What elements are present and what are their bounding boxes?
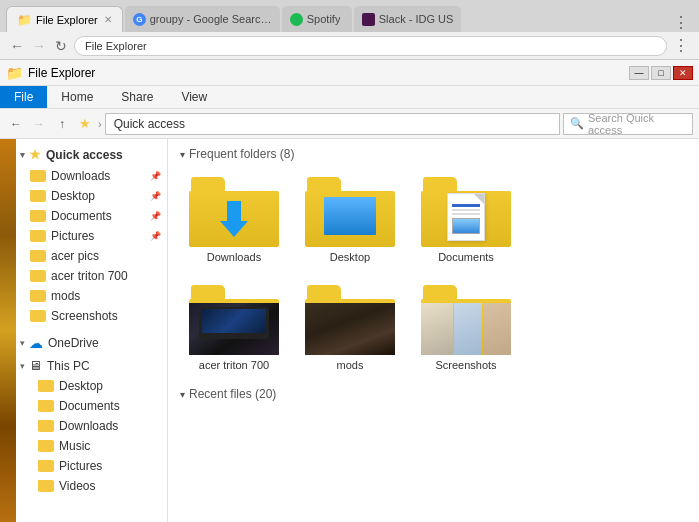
this-pc-label: This PC (47, 359, 90, 373)
sidebar-onedrive[interactable]: ▾ ☁ OneDrive (0, 330, 167, 354)
tab-menu-icon[interactable]: ⋮ (669, 13, 693, 32)
onedrive-icon: ☁ (29, 335, 43, 351)
sidebar-pc-desktop[interactable]: Desktop (0, 376, 167, 396)
tab-label-spotify: Spotify (307, 13, 341, 25)
sidebar-item-acer-pics[interactable]: acer pics (0, 246, 167, 266)
sidebar-item-screenshots[interactable]: Screenshots (0, 306, 167, 326)
desktop-folder-icon (30, 190, 46, 202)
pc-pictures-label: Pictures (59, 459, 102, 473)
folder-item-desktop[interactable]: Desktop (296, 171, 404, 267)
title-bar: 📁 File Explorer — □ ✕ (0, 60, 699, 86)
sidebar-quick-access[interactable]: ▾ ★ Quick access (0, 143, 167, 166)
tab-file-explorer[interactable]: 📁 File Explorer ✕ (6, 6, 123, 32)
reload-icon[interactable]: ↻ (52, 38, 70, 54)
frequent-folders-header[interactable]: ▾ Frequent folders (8) (180, 147, 687, 161)
sidebar-pc-downloads[interactable]: Downloads (0, 416, 167, 436)
sidebar-item-acer-triton[interactable]: acer triton 700 (0, 266, 167, 286)
screenshots-folder-label: Screenshots (435, 359, 496, 371)
downloads-folder-icon (30, 170, 46, 182)
tab-bar: 📁 File Explorer ✕ G groupy - Google Sear… (0, 0, 699, 32)
browser-menu-icon[interactable]: ⋮ (671, 36, 691, 55)
recent-files-header[interactable]: ▾ Recent files (20) (180, 387, 687, 401)
tab-slack[interactable]: Slack - IDG US (354, 6, 462, 32)
sidebar-screenshots-label: Screenshots (51, 309, 118, 323)
nav-back-btn[interactable]: ← (6, 114, 26, 134)
minimize-btn[interactable]: — (629, 66, 649, 80)
folder-item-documents[interactable]: Documents (412, 171, 520, 267)
frequent-folders-arrow: ▾ (180, 149, 185, 160)
folder-item-acer[interactable]: acer triton 700 (180, 279, 288, 375)
sidebar-item-documents[interactable]: Documents 📌 (0, 206, 167, 226)
sidebar-pc-pictures[interactable]: Pictures (0, 456, 167, 476)
pc-downloads-icon (38, 420, 54, 432)
breadcrumb-bar[interactable]: Quick access (105, 113, 560, 135)
forward-icon[interactable]: → (30, 38, 48, 54)
folder-item-mods[interactable]: mods (296, 279, 404, 375)
this-pc-icon: 🖥 (29, 358, 42, 373)
pc-music-icon (38, 440, 54, 452)
nav-up-btn[interactable]: ↑ (52, 114, 72, 134)
sidebar-item-downloads[interactable]: Downloads 📌 (0, 166, 167, 186)
maximize-btn[interactable]: □ (651, 66, 671, 80)
sidebar-item-mods[interactable]: mods (0, 286, 167, 306)
sidebar-documents-label: Documents (51, 209, 150, 223)
tab-icon-spotify (290, 13, 303, 26)
window-controls: — □ ✕ (629, 66, 693, 80)
tab-close-explorer[interactable]: ✕ (104, 14, 112, 25)
search-icon: 🔍 (570, 117, 584, 130)
this-pc-expand-icon: ▾ (20, 361, 25, 371)
sidebar-item-desktop[interactable]: Desktop 📌 (0, 186, 167, 206)
close-btn[interactable]: ✕ (673, 66, 693, 80)
recent-files-label: Recent files (20) (189, 387, 276, 401)
breadcrumb-sep: › (98, 118, 102, 130)
onedrive-label: OneDrive (48, 336, 99, 350)
ribbon-tab-file[interactable]: File (0, 86, 47, 108)
breadcrumb-text: Quick access (114, 117, 185, 131)
ribbon-tab-home[interactable]: Home (47, 86, 107, 108)
pictures-folder-icon (30, 230, 46, 242)
screenshots-thumb (421, 283, 511, 355)
sidebar-desktop-label: Desktop (51, 189, 150, 203)
search-placeholder: Search Quick access (588, 112, 686, 136)
nav-pin-btn[interactable]: ★ (75, 114, 95, 134)
tab-groupy[interactable]: G groupy - Google Search - G... (125, 6, 280, 32)
sidebar-pc-music[interactable]: Music (0, 436, 167, 456)
ribbon-tab-share[interactable]: Share (107, 86, 167, 108)
pc-videos-label: Videos (59, 479, 95, 493)
ribbon: File Home Share View (0, 86, 699, 109)
mods-folder-icon (30, 290, 46, 302)
browser-chrome: 📁 File Explorer ✕ G groupy - Google Sear… (0, 0, 699, 60)
documents-folder-label: Documents (438, 251, 494, 263)
frequent-folders-label: Frequent folders (8) (189, 147, 294, 161)
pc-pictures-icon (38, 460, 54, 472)
recent-files-arrow: ▾ (180, 389, 185, 400)
nav-forward-btn[interactable]: → (29, 114, 49, 134)
acerpics-folder-icon (30, 250, 46, 262)
browser-address-bar[interactable]: File Explorer (74, 36, 667, 56)
tab-label-slack: Slack - IDG US (379, 13, 454, 25)
sidebar-pc-documents[interactable]: Documents (0, 396, 167, 416)
pin-icon-downloads: 📌 (150, 171, 161, 181)
sidebar-mods-label: mods (51, 289, 80, 303)
pc-music-label: Music (59, 439, 90, 453)
folder-item-screenshots[interactable]: Screenshots (412, 279, 520, 375)
tab-spotify[interactable]: Spotify (282, 6, 352, 32)
documents-folder-icon (30, 210, 46, 222)
ribbon-tab-view[interactable]: View (167, 86, 221, 108)
explorer-window: 📁 File Explorer — □ ✕ File Home Share Vi… (0, 60, 699, 522)
back-icon[interactable]: ← (8, 38, 26, 54)
quick-access-expand-icon: ▾ (20, 150, 25, 160)
quick-access-star-icon: ★ (29, 147, 41, 162)
sidebar-pc-videos[interactable]: Videos (0, 476, 167, 496)
tab-label-groupy: groupy - Google Search - G... (150, 13, 272, 25)
search-box[interactable]: 🔍 Search Quick access (563, 113, 693, 135)
explorer-title: File Explorer (28, 66, 629, 80)
pc-downloads-label: Downloads (59, 419, 118, 433)
sidebar-this-pc[interactable]: ▾ 🖥 This PC (0, 354, 167, 376)
sidebar-acerpics-label: acer pics (51, 249, 99, 263)
sidebar-item-pictures[interactable]: Pictures 📌 (0, 226, 167, 246)
screenshots-folder-icon (30, 310, 46, 322)
pc-videos-icon (38, 480, 54, 492)
folder-item-downloads[interactable]: Downloads (180, 171, 288, 267)
pin-icon-pictures: 📌 (150, 231, 161, 241)
